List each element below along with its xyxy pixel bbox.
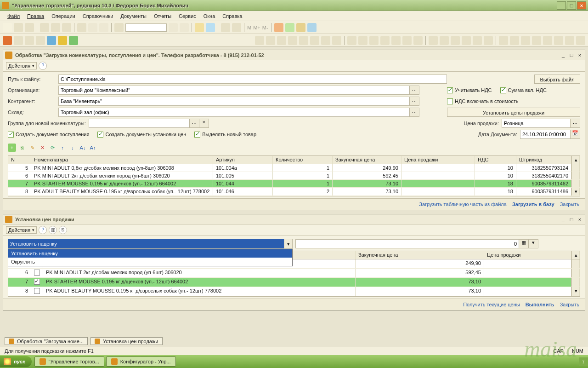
markup-arrow-icon[interactable]: ▾ <box>284 239 292 248</box>
g13-icon[interactable] <box>391 36 401 45</box>
chk-create-pricedocs[interactable]: Создать документы установки цен <box>97 132 186 138</box>
g2-icon[interactable] <box>266 36 275 45</box>
maximize-button[interactable]: □ <box>567 1 576 10</box>
add-row-icon[interactable]: + <box>8 144 16 152</box>
chk-nds[interactable]: Учитывать НДС <box>447 87 492 93</box>
panel2-close-icon[interactable]: × <box>577 217 583 222</box>
start-button[interactable]: пуск <box>0 356 32 367</box>
markup-input[interactable] <box>8 239 284 248</box>
help-icon[interactable] <box>221 23 230 32</box>
g8-icon[interactable] <box>332 36 341 45</box>
quick-search-input[interactable] <box>125 23 167 32</box>
menu-edit[interactable]: Правка <box>23 12 48 20</box>
sale-price-input[interactable] <box>502 119 571 128</box>
copy-icon[interactable] <box>51 23 60 32</box>
g3-icon[interactable] <box>277 36 286 45</box>
col-bc[interactable]: Штрихкод <box>516 156 571 164</box>
g12-icon[interactable] <box>380 36 390 45</box>
menu-service[interactable]: Сервис <box>175 12 200 20</box>
menu-docs[interactable]: Документы <box>117 12 150 20</box>
calc-icon[interactable] <box>195 23 204 32</box>
actions-dropdown[interactable]: Действия <box>6 62 37 69</box>
opt-round[interactable]: Округлить <box>8 258 292 266</box>
col-buy[interactable]: Закупочная цена <box>333 156 401 164</box>
row-checkbox[interactable] <box>34 270 40 276</box>
ext-icon-1[interactable] <box>274 23 283 32</box>
g20-icon[interactable] <box>473 36 482 45</box>
table-row[interactable]: 5PK MINI ADULT 0,8кг д/собак мелких поро… <box>8 164 580 172</box>
table-row[interactable]: 6PK MINI ADULT 2кг д/собак мелких пород … <box>8 269 580 278</box>
g18-icon[interactable] <box>451 36 460 45</box>
ext-icon-2[interactable] <box>285 23 294 32</box>
g10-icon[interactable] <box>358 36 368 45</box>
cut-icon[interactable] <box>40 23 49 32</box>
taskbar-item-1[interactable]: "Управление торгов... <box>34 356 104 367</box>
sort-desc-icon[interactable]: A↑ <box>89 144 97 152</box>
table-row[interactable]: 7PK STARTER MOUSSE 0.195 кг д/щенков (уп… <box>8 180 580 188</box>
table-row[interactable]: 8PK ADULT BEAUTY MOUSSE 0.195 кг д/взрос… <box>8 287 580 296</box>
g1-icon[interactable] <box>255 36 264 45</box>
g5-icon[interactable] <box>299 36 308 45</box>
menu-file[interactable]: Файл <box>4 12 23 20</box>
sale-price-pick-button[interactable]: … <box>570 119 580 128</box>
calc2-icon[interactable]: ▦ <box>519 239 529 248</box>
org-pick-button[interactable]: … <box>409 86 419 95</box>
load-to-db-button[interactable]: Загрузить в базу <box>512 201 554 207</box>
book-icon[interactable] <box>3 36 12 45</box>
actions2-dropdown[interactable]: Действия <box>6 226 37 234</box>
g19-icon[interactable] <box>462 36 471 45</box>
ext-icon-3[interactable] <box>296 23 305 32</box>
move-up-icon[interactable]: ↑ <box>58 144 67 152</box>
g24-icon[interactable] <box>521 36 530 45</box>
table-row[interactable]: 6PK MINI ADULT 2кг д/собак мелких пород … <box>8 172 580 180</box>
col2-buy[interactable]: Закупочная цена <box>356 251 484 259</box>
g17-icon[interactable] <box>440 36 449 45</box>
doc4-icon[interactable] <box>47 36 56 45</box>
col-name[interactable]: Номенклатура <box>31 156 213 164</box>
col-art[interactable]: Артикул <box>213 156 273 164</box>
set-prices-button[interactable]: Установить цены продажи <box>447 108 580 117</box>
doc2-icon[interactable] <box>25 36 34 45</box>
link-get-prices[interactable]: Получить текущие цены <box>463 302 520 307</box>
doc5-icon[interactable] <box>58 36 67 45</box>
g28-icon[interactable] <box>565 36 574 45</box>
group-pick-button[interactable]: … <box>189 119 199 128</box>
g25-icon[interactable] <box>532 36 541 45</box>
close-button[interactable]: × <box>577 1 586 10</box>
g6-icon[interactable] <box>310 36 319 45</box>
minimize-button[interactable]: _ <box>557 1 566 10</box>
tray[interactable]: ⟟ <box>579 357 588 366</box>
sklad-pick-button[interactable]: … <box>409 108 419 117</box>
g27-icon[interactable] <box>554 36 563 45</box>
wintab-1[interactable]: Обработка "Загрузка номе... <box>5 337 88 345</box>
row-checkbox[interactable] <box>34 288 40 294</box>
col2-sale[interactable]: Цена продажи <box>484 251 571 259</box>
table-row[interactable]: 8PK ADULT BEAUTY MOUSSE 0.195 кг д/взрос… <box>8 188 580 196</box>
wintab-2[interactable]: Установка цен продажи <box>90 337 162 345</box>
choose-file-button[interactable]: Выбрать файл <box>534 75 580 84</box>
path-input[interactable] <box>58 75 447 84</box>
table-row[interactable]: 7PK STARTER MOUSSE 0.195 кг д/щенков (уп… <box>8 278 580 287</box>
chk-create-doc[interactable]: Создать документ поступления <box>8 132 89 138</box>
contr-input[interactable] <box>58 97 410 106</box>
col-sale[interactable]: Цена продажи <box>401 156 475 164</box>
help2-round-icon[interactable]: ? <box>39 226 47 234</box>
new-icon[interactable] <box>3 23 12 32</box>
menu-reports[interactable]: Отчеты <box>150 12 175 20</box>
sort-asc-icon[interactable]: A↓ <box>79 144 87 152</box>
help-round-icon[interactable]: ? <box>39 62 47 70</box>
chk-sum-nds[interactable]: Сумма вкл. НДС <box>500 87 547 93</box>
sheet-icon[interactable]: ▥ <box>49 226 57 234</box>
panel-close-icon[interactable]: × <box>577 52 583 58</box>
pct-input[interactable] <box>295 239 519 248</box>
g26-icon[interactable] <box>543 36 552 45</box>
copy2-icon[interactable]: ⎘ <box>59 226 67 234</box>
sklad-input[interactable] <box>58 108 410 117</box>
g14-icon[interactable] <box>402 36 412 45</box>
menu-refs[interactable]: Справочники <box>79 12 117 20</box>
contr-pick-button[interactable]: … <box>409 97 419 106</box>
doc-date-input[interactable] <box>520 130 571 139</box>
close-panel2-button[interactable]: Закрыть <box>560 302 579 307</box>
group-clear-button[interactable]: × <box>199 119 209 128</box>
chk-nds-cost[interactable]: НДС включать в стоимость <box>447 98 580 104</box>
